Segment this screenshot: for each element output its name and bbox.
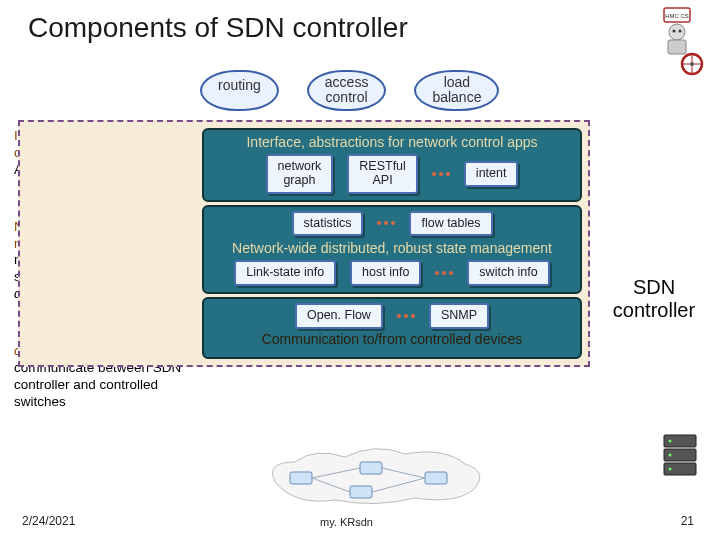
robot-decoration: HMC CS bbox=[638, 6, 708, 76]
app-bubbles: routing access control load balance bbox=[200, 70, 499, 111]
svg-rect-11 bbox=[360, 462, 382, 474]
bubble-access: access control bbox=[307, 70, 387, 111]
bubble-routing: routing bbox=[200, 70, 279, 111]
svg-rect-12 bbox=[350, 486, 372, 498]
layer-interface: Interface, abstractions for network cont… bbox=[202, 128, 582, 202]
layer-state: statistics flow tables Network-wide dist… bbox=[202, 205, 582, 295]
svg-text:HMC CS: HMC CS bbox=[665, 13, 689, 19]
controller-diagram: Interface, abstractions for network cont… bbox=[18, 120, 590, 367]
sdn-controller-label: SDN controller bbox=[594, 276, 714, 322]
ellipsis-icon bbox=[432, 172, 450, 176]
slide-title: Components of SDN controller bbox=[0, 0, 720, 44]
footer-source: my. KRsdn bbox=[320, 516, 373, 528]
page-number: 21 bbox=[681, 514, 694, 528]
svg-point-2 bbox=[669, 24, 685, 40]
box-intent: intent bbox=[464, 161, 519, 187]
svg-rect-10 bbox=[290, 472, 312, 484]
box-host-info: host info bbox=[350, 260, 421, 286]
network-cloud-icon bbox=[255, 442, 495, 508]
svg-point-4 bbox=[679, 30, 682, 33]
ellipsis-icon bbox=[377, 221, 395, 225]
box-network-graph: network graph bbox=[266, 154, 334, 194]
controller-outline: Interface, abstractions for network cont… bbox=[18, 120, 590, 367]
svg-point-22 bbox=[669, 454, 672, 457]
svg-point-23 bbox=[669, 468, 672, 471]
box-statistics: statistics bbox=[292, 211, 364, 237]
ellipsis-icon bbox=[435, 271, 453, 275]
box-openflow: Open. Flow bbox=[295, 303, 383, 329]
box-snmp: SNMP bbox=[429, 303, 489, 329]
svg-rect-5 bbox=[668, 40, 686, 54]
box-link-state: Link-state info bbox=[234, 260, 336, 286]
box-restful-api: RESTful API bbox=[347, 154, 418, 194]
box-flow-tables: flow tables bbox=[409, 211, 492, 237]
layer-state-title: Network-wide distributed, robust state m… bbox=[212, 240, 572, 256]
ellipsis-icon bbox=[397, 314, 415, 318]
layer-communication: Open. Flow SNMP Communication to/from co… bbox=[202, 297, 582, 359]
footer-date: 2/24/2021 bbox=[22, 514, 75, 528]
layer-comm-title: Communication to/from controlled devices bbox=[212, 331, 572, 347]
svg-point-3 bbox=[673, 30, 676, 33]
svg-point-9 bbox=[690, 62, 694, 66]
svg-rect-13 bbox=[425, 472, 447, 484]
server-stack-icon bbox=[662, 433, 698, 485]
layer-interface-title: Interface, abstractions for network cont… bbox=[212, 134, 572, 150]
box-switch-info: switch info bbox=[467, 260, 549, 286]
bubble-load: load balance bbox=[414, 70, 499, 111]
svg-point-21 bbox=[669, 440, 672, 443]
